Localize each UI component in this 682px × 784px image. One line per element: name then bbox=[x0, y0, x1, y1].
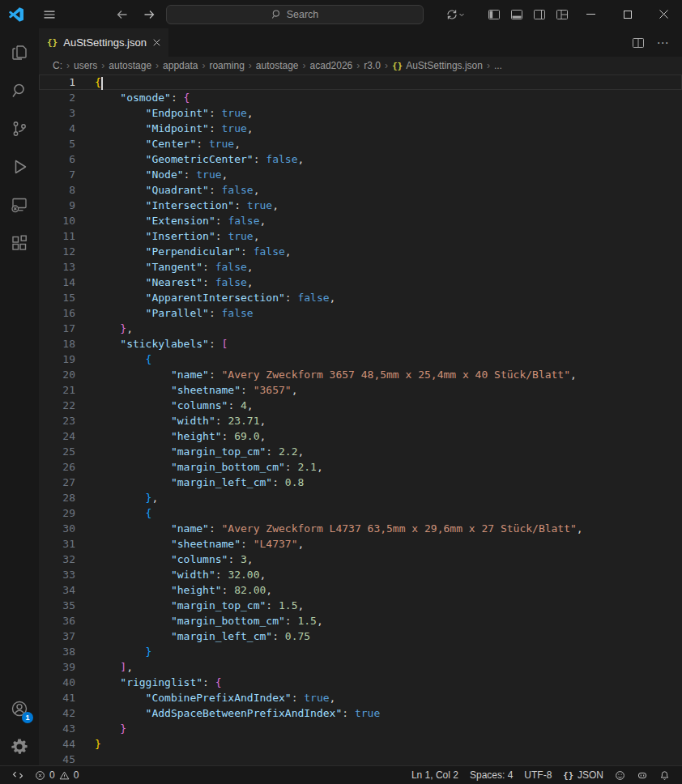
line-number[interactable]: 8 bbox=[39, 182, 75, 198]
breadcrumb-item[interactable]: C: bbox=[53, 60, 62, 71]
breadcrumb-item[interactable]: r3.0 bbox=[364, 60, 381, 71]
line-number[interactable]: 38 bbox=[39, 644, 75, 659]
indentation-setting[interactable]: Spaces: 4 bbox=[464, 766, 518, 784]
code-line[interactable]: 16 "Parallel": false bbox=[39, 305, 682, 321]
source-control-icon[interactable] bbox=[0, 109, 39, 147]
editor[interactable]: 1{2 "osmode": {3 "Endpoint": true,4 "Mid… bbox=[39, 75, 682, 765]
line-number[interactable]: 37 bbox=[39, 628, 75, 644]
line-number[interactable]: 27 bbox=[39, 475, 75, 490]
code-line[interactable]: 31 "sheetname": "L4737", bbox=[39, 536, 682, 552]
line-number[interactable]: 12 bbox=[39, 244, 75, 259]
line-number[interactable]: 36 bbox=[39, 613, 75, 628]
code-line[interactable]: 3 "Endpoint": true, bbox=[39, 105, 682, 121]
line-number[interactable]: 40 bbox=[39, 675, 75, 690]
tab-austsettings[interactable]: {} AuStSettings.json bbox=[39, 28, 168, 57]
breadcrumb-item[interactable]: acad2026 bbox=[310, 60, 353, 71]
code-line[interactable]: 29 { bbox=[39, 505, 682, 521]
line-number[interactable]: 22 bbox=[39, 398, 75, 413]
line-number[interactable]: 17 bbox=[39, 321, 75, 336]
line-number[interactable]: 35 bbox=[39, 598, 75, 613]
code-line[interactable]: 5 "Center": true, bbox=[39, 136, 682, 151]
code-line[interactable]: 20 "name": "Avery Zweckform 3657 48,5mm … bbox=[39, 367, 682, 382]
code-line[interactable]: 4 "Midpoint": true, bbox=[39, 121, 682, 136]
code-line[interactable]: 18 "stickylabels": [ bbox=[39, 336, 682, 352]
line-number[interactable]: 39 bbox=[39, 659, 75, 675]
maximize-button[interactable] bbox=[609, 0, 646, 28]
line-number[interactable]: 43 bbox=[39, 721, 75, 736]
code-line[interactable]: 35 "margin_top_cm": 1.5, bbox=[39, 598, 682, 613]
search-input[interactable]: Search bbox=[166, 5, 424, 24]
line-number[interactable]: 14 bbox=[39, 275, 75, 290]
code-line[interactable]: 2 "osmode": { bbox=[39, 90, 682, 105]
breadcrumb-item[interactable]: {}AuStSettings.json bbox=[392, 60, 483, 71]
close-button[interactable] bbox=[646, 0, 682, 28]
line-number[interactable]: 26 bbox=[39, 459, 75, 475]
line-number[interactable]: 11 bbox=[39, 228, 75, 244]
breadcrumb-item[interactable]: users bbox=[74, 60, 97, 71]
line-number[interactable]: 23 bbox=[39, 413, 75, 428]
line-number[interactable]: 2 bbox=[39, 90, 75, 105]
code-line[interactable]: 43 } bbox=[39, 721, 682, 736]
line-number[interactable]: 21 bbox=[39, 382, 75, 398]
code-line[interactable]: 38 } bbox=[39, 644, 682, 659]
line-number[interactable]: 3 bbox=[39, 105, 75, 121]
breadcrumb-item[interactable]: ... bbox=[494, 60, 502, 71]
line-number[interactable]: 18 bbox=[39, 336, 75, 352]
code-line[interactable]: 11 "Insertion": true, bbox=[39, 228, 682, 244]
line-number[interactable]: 25 bbox=[39, 444, 75, 459]
code-line[interactable]: 39 ], bbox=[39, 659, 682, 675]
back-arrow-icon[interactable] bbox=[113, 5, 132, 24]
line-number[interactable]: 31 bbox=[39, 536, 75, 552]
line-number[interactable]: 9 bbox=[39, 198, 75, 213]
code-line[interactable]: 33 "width": 32.00, bbox=[39, 567, 682, 582]
code-line[interactable]: 10 "Extension": false, bbox=[39, 213, 682, 228]
cursor-position[interactable]: Ln 1, Col 2 bbox=[406, 766, 464, 784]
line-number[interactable]: 7 bbox=[39, 167, 75, 182]
customize-layout-icon[interactable] bbox=[551, 0, 573, 28]
line-number[interactable]: 24 bbox=[39, 428, 75, 444]
code-line[interactable]: 21 "sheetname": "3657", bbox=[39, 382, 682, 398]
code-line[interactable]: 44} bbox=[39, 736, 682, 752]
notifications-bell-icon[interactable] bbox=[654, 766, 676, 784]
code-line[interactable]: 14 "Nearest": false, bbox=[39, 275, 682, 290]
line-number[interactable]: 19 bbox=[39, 352, 75, 367]
remote-explorer-icon[interactable] bbox=[0, 185, 39, 224]
code-line[interactable]: 30 "name": "Avery Zweckform L4737 63,5mm… bbox=[39, 521, 682, 536]
code-line[interactable]: 1{ bbox=[39, 75, 682, 90]
breadcrumb-item[interactable]: autostage bbox=[256, 60, 299, 71]
forward-arrow-icon[interactable] bbox=[139, 5, 159, 24]
toggle-secondary-sidebar-icon[interactable] bbox=[528, 0, 551, 28]
code-line[interactable]: 26 "margin_bottom_cm": 2.1, bbox=[39, 459, 682, 475]
copilot-icon[interactable] bbox=[631, 766, 654, 784]
extensions-icon[interactable] bbox=[0, 224, 39, 262]
remote-indicator-icon[interactable] bbox=[6, 766, 29, 784]
line-number[interactable]: 15 bbox=[39, 290, 75, 305]
breadcrumb-item[interactable]: autostage bbox=[109, 60, 151, 71]
sync-dropdown-icon[interactable] bbox=[439, 0, 471, 28]
code-line[interactable]: 24 "height": 69.0, bbox=[39, 428, 682, 444]
code-line[interactable]: 13 "Tangent": false, bbox=[39, 259, 682, 275]
line-number[interactable]: 44 bbox=[39, 736, 75, 752]
line-number[interactable]: 33 bbox=[39, 567, 75, 582]
code-line[interactable]: 42 "AddSpaceBetweenPrefixAndIndex": true bbox=[39, 705, 682, 721]
line-number[interactable]: 41 bbox=[39, 690, 75, 705]
accounts-icon[interactable]: 1 bbox=[0, 689, 39, 727]
line-number[interactable]: 45 bbox=[39, 752, 75, 765]
run-debug-icon[interactable] bbox=[0, 147, 39, 185]
feedback-smiley-icon[interactable] bbox=[609, 766, 631, 784]
code-line[interactable]: 8 "Quadrant": false, bbox=[39, 182, 682, 198]
line-number[interactable]: 5 bbox=[39, 136, 75, 151]
line-number[interactable]: 6 bbox=[39, 151, 75, 167]
line-number[interactable]: 16 bbox=[39, 305, 75, 321]
tab-close-icon[interactable] bbox=[153, 39, 160, 46]
code-line[interactable]: 15 "ApparentIntersection": false, bbox=[39, 290, 682, 305]
search-sidebar-icon[interactable] bbox=[0, 71, 39, 109]
code-line[interactable]: 28 }, bbox=[39, 490, 682, 505]
code-line[interactable]: 45 bbox=[39, 752, 682, 765]
line-number[interactable]: 13 bbox=[39, 259, 75, 275]
problems-indicator[interactable]: 0 0 bbox=[29, 766, 84, 784]
line-number[interactable]: 29 bbox=[39, 505, 75, 521]
code-line[interactable]: 19 { bbox=[39, 352, 682, 367]
code-line[interactable]: 27 "margin_left_cm": 0.8 bbox=[39, 475, 682, 490]
line-number[interactable]: 42 bbox=[39, 705, 75, 721]
